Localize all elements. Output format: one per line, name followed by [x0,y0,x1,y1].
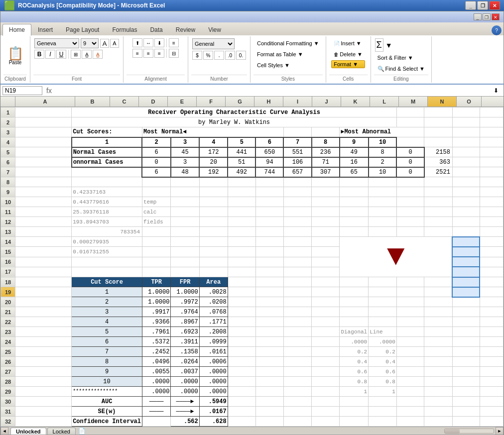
cell-k20[interactable] [369,297,397,307]
cell-a8[interactable] [15,177,72,187]
cell-d20[interactable]: .9972 [171,297,199,307]
col-header-n[interactable]: N [428,97,457,107]
row-num-25[interactable]: 25 [1,347,15,357]
cell-f21[interactable] [228,307,255,317]
cell-i21[interactable] [312,307,340,317]
cell-i22[interactable] [312,317,340,327]
cell-k25[interactable]: 0.2 [369,347,397,357]
cell-o10[interactable] [480,197,503,207]
cell-h21[interactable] [283,307,311,317]
cell-j24[interactable]: .0000 [340,337,369,347]
cell-c20[interactable]: 1.0000 [142,297,170,307]
cell-l10[interactable] [396,197,424,207]
cell-f16[interactable] [228,257,255,267]
cell-k31[interactable] [369,407,397,417]
cell-f19[interactable] [228,287,255,297]
cell-j27[interactable]: 0.6 [340,367,369,377]
cell-c7[interactable]: 6 [142,167,170,177]
cell-b5[interactable]: Normal Cases [72,147,142,157]
cell-n19-selected[interactable] [452,287,480,297]
cell-h19[interactable] [283,287,311,297]
cell-m28[interactable] [424,377,453,387]
cell-o3[interactable] [480,127,503,137]
cell-e26[interactable]: .0006 [199,357,228,367]
cell-d31[interactable]: ————► [171,407,199,417]
cell-l18[interactable] [396,277,424,287]
cell-c26[interactable]: .0496 [142,357,170,367]
align-top-button[interactable]: ⬆ [132,38,142,47]
cell-l23[interactable] [396,327,424,337]
cell-f14[interactable] [228,237,255,247]
cell-i26[interactable] [312,357,340,367]
cell-b25[interactable]: 7 [72,347,142,357]
cell-l27[interactable] [396,367,424,377]
cell-e21[interactable]: .0768 [199,307,228,317]
cell-b16[interactable] [72,257,142,267]
cell-g4[interactable]: 6 [255,137,283,147]
cell-l13[interactable] [396,227,424,237]
cell-l31[interactable] [396,407,424,417]
cell-i12[interactable] [312,217,340,227]
cell-k22[interactable] [369,317,397,327]
cell-j11[interactable] [340,207,369,217]
underline-button[interactable]: U [56,50,66,59]
cell-n23[interactable] [452,327,480,337]
cell-n21[interactable] [452,307,480,317]
cell-e11[interactable] [199,207,228,217]
row-num-18[interactable]: 18 [1,277,15,287]
cell-m5[interactable]: 2158 [424,147,453,157]
cell-g12[interactable] [255,217,283,227]
cell-c13[interactable] [142,227,170,237]
cell-f25[interactable] [228,347,255,357]
cell-l6[interactable]: 0 [396,157,424,167]
delete-button[interactable]: 🗑 Delete ▼ [331,49,365,59]
cell-e17[interactable] [199,267,228,277]
cell-h24[interactable] [283,337,311,347]
cell-a16[interactable] [15,257,72,267]
cell-c11[interactable]: calc [142,207,170,217]
cell-o19[interactable] [480,287,503,297]
cell-o5[interactable] [480,147,503,157]
cell-b6[interactable]: onnormal Cases [72,157,142,167]
col-header-o[interactable]: O [457,97,482,107]
comma-button[interactable]: , [214,51,224,60]
cell-h9[interactable] [283,187,311,197]
cell-c16[interactable] [142,257,170,267]
cell-h25[interactable] [283,347,311,357]
cell-f20[interactable] [228,297,255,307]
cell-i19[interactable] [312,287,340,297]
cell-k8[interactable] [369,177,397,187]
cell-e14[interactable] [199,237,228,247]
scroll-left-button[interactable]: ◄ [0,427,8,435]
cell-h5[interactable]: 551 [283,147,311,157]
cell-d7[interactable]: 48 [171,167,199,177]
cell-g7[interactable]: 744 [255,167,283,177]
cell-h27[interactable] [283,367,311,377]
cell-m8[interactable] [424,177,453,187]
cell-d16[interactable] [171,257,199,267]
cell-k11[interactable] [369,207,397,217]
cell-e8[interactable] [199,177,228,187]
cell-i27[interactable] [312,367,340,377]
cell-a23[interactable] [15,327,72,337]
cell-c4[interactable]: 2 [142,137,170,147]
cell-a12[interactable] [15,217,72,227]
cell-a24[interactable] [15,337,72,347]
cell-n1[interactable] [452,108,480,117]
cell-n16[interactable] [452,257,480,267]
cell-f10[interactable] [228,197,255,207]
cell-b23[interactable]: 5 [72,327,142,337]
cell-n31[interactable] [452,407,480,417]
cell-g9[interactable] [255,187,283,197]
currency-button[interactable]: $ [192,51,202,60]
cell-m22[interactable] [424,317,453,327]
row-num-29[interactable]: 29 [1,387,15,397]
cell-m6[interactable]: 363 [424,157,453,167]
col-header-l[interactable]: L [370,97,399,107]
cell-m21[interactable] [424,307,453,317]
cell-j18[interactable] [340,277,369,287]
align-center-button[interactable]: ≡ [143,49,153,58]
cell-b9[interactable]: 0.42337163 [72,187,142,197]
cell-g31[interactable] [255,407,283,417]
cell-l24[interactable] [396,337,424,347]
